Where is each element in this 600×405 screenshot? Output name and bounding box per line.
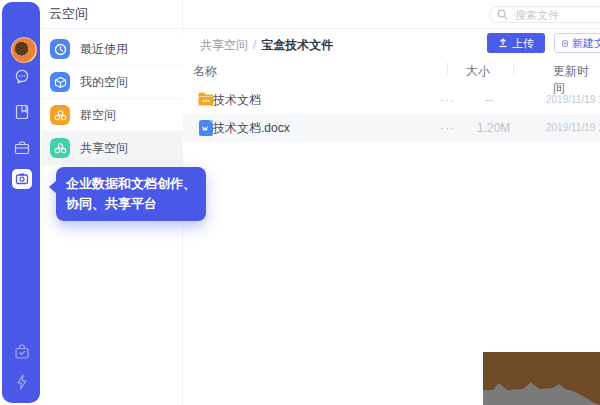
share-icon <box>50 138 70 158</box>
upload-label: 上传 <box>512 36 534 51</box>
more-actions-button[interactable]: ··· <box>440 114 455 142</box>
more-actions-button[interactable]: ··· <box>440 86 455 114</box>
chat-icon[interactable] <box>13 68 31 86</box>
column-separator <box>513 62 514 75</box>
sidebar-item-label: 共享空间 <box>80 140 128 157</box>
feature-tooltip: 企业数据和文档创作、 协同、共享平台 <box>56 167 206 221</box>
search-box[interactable] <box>489 6 600 23</box>
search-icon <box>497 9 508 20</box>
breadcrumb: 共享空间/宝盒技术文件 <box>200 37 333 54</box>
file-updated: 2019/11/19 15:08 <box>546 114 600 142</box>
avatar[interactable] <box>11 37 37 63</box>
watermark-logo <box>483 352 600 405</box>
sidebar-item-label: 最近使用 <box>80 41 128 58</box>
cloud-drive-icon-active[interactable] <box>12 169 32 189</box>
sidebar-item-label: 我的空间 <box>80 74 128 91</box>
tooltip-arrow <box>49 180 57 194</box>
table-row-folder[interactable]: 技术文档 ··· -- 2019/11/19 15:08 <box>183 86 600 114</box>
new-file-label: 新建文件夹 <box>572 36 600 51</box>
file-size: 1.20M <box>477 114 510 142</box>
breadcrumb-current: 宝盒技术文件 <box>261 38 333 52</box>
sidebar-item-my-space[interactable]: 我的空间 <box>41 66 183 99</box>
app-window: 云空间 最近使用 我的空间 群空间 共享空间 企业数据和文档创作、 协同、共享平… <box>0 0 600 405</box>
docx-file-icon <box>198 119 214 137</box>
sidebar-header-divider <box>41 28 183 29</box>
left-rail <box>2 2 40 403</box>
breadcrumb-separator: / <box>253 38 256 52</box>
file-size: -- <box>485 86 493 114</box>
column-header-size[interactable]: 大小 <box>466 63 490 80</box>
new-file-icon <box>562 38 568 49</box>
cloud-drive-glyph <box>15 172 29 186</box>
sidebar-item-group-space[interactable]: 群空间 <box>41 99 183 132</box>
file-name[interactable]: 技术文档 <box>213 86 261 114</box>
book-icon[interactable] <box>13 103 31 121</box>
sidebar-item-label: 群空间 <box>80 107 116 124</box>
cube-icon <box>50 72 70 92</box>
sidebar-item-shared-space[interactable]: 共享空间 <box>41 132 183 165</box>
breadcrumb-parent[interactable]: 共享空间 <box>200 38 248 52</box>
tooltip-line2: 协同、共享平台 <box>66 194 196 214</box>
file-name[interactable]: 技术文档.docx <box>213 114 290 142</box>
page-title: 云空间 <box>49 0 88 28</box>
bag-check-icon[interactable] <box>13 343 31 361</box>
lightning-icon[interactable] <box>13 373 31 391</box>
header-divider <box>183 28 600 29</box>
column-header-name[interactable]: 名称 <box>193 63 217 80</box>
search-input[interactable] <box>513 8 597 22</box>
group-icon <box>50 105 70 125</box>
column-separator <box>447 62 448 75</box>
new-file-button[interactable]: 新建文件夹 <box>554 33 600 53</box>
briefcase-icon[interactable] <box>13 139 31 157</box>
upload-button[interactable]: 上传 <box>487 33 545 53</box>
table-row-docx[interactable]: 技术文档.docx ··· 1.20M 2019/11/19 15:08 <box>183 114 600 142</box>
sidebar-item-recent[interactable]: 最近使用 <box>41 33 183 66</box>
upload-icon <box>498 38 508 48</box>
file-updated: 2019/11/19 15:08 <box>546 86 600 114</box>
clock-icon <box>50 39 70 59</box>
tooltip-line1: 企业数据和文档创作、 <box>66 174 196 194</box>
